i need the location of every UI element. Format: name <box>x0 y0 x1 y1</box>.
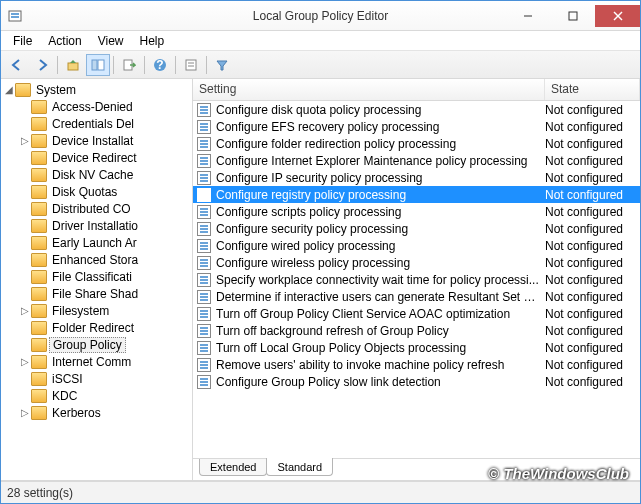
tree-scroll[interactable]: ◢SystemAccess-DeniedCredentials Del▷Devi… <box>1 79 192 480</box>
policy-icon <box>197 290 213 304</box>
tree-pane: ◢SystemAccess-DeniedCredentials Del▷Devi… <box>1 79 193 480</box>
menu-action[interactable]: Action <box>40 32 89 50</box>
list-row[interactable]: Configure Group Policy slow link detecti… <box>193 373 640 390</box>
svg-rect-13 <box>186 60 196 70</box>
list-row[interactable]: Configure scripts policy processingNot c… <box>193 203 640 220</box>
svg-rect-7 <box>68 63 78 70</box>
list-row[interactable]: Configure registry policy processingNot … <box>193 186 640 203</box>
tree-node[interactable]: Distributed CO <box>1 200 192 217</box>
help-button[interactable]: ? <box>148 54 172 76</box>
tree-node[interactable]: Disk NV Cache <box>1 166 192 183</box>
folder-icon <box>31 185 47 199</box>
tree-node[interactable]: File Classificati <box>1 268 192 285</box>
forward-button[interactable] <box>30 54 54 76</box>
tree-node[interactable]: ▷Internet Comm <box>1 353 192 370</box>
list-row[interactable]: Configure disk quota policy processingNo… <box>193 101 640 118</box>
list-row[interactable]: Remove users' ability to invoke machine … <box>193 356 640 373</box>
folder-icon <box>31 338 47 352</box>
list-row[interactable]: Turn off Local Group Policy Objects proc… <box>193 339 640 356</box>
tree-node[interactable]: File Share Shad <box>1 285 192 302</box>
tree-label: System <box>33 83 79 97</box>
tab-standard[interactable]: Standard <box>266 458 333 476</box>
expand-icon[interactable]: ▷ <box>19 407 31 418</box>
collapse-icon[interactable]: ◢ <box>3 84 15 95</box>
list-row[interactable]: Configure EFS recovery policy processing… <box>193 118 640 135</box>
list-row[interactable]: Determine if interactive users can gener… <box>193 288 640 305</box>
list-row[interactable]: Configure wired policy processingNot con… <box>193 237 640 254</box>
tree-node[interactable]: Access-Denied <box>1 98 192 115</box>
status-bar: 28 setting(s) <box>1 481 640 503</box>
list-row[interactable]: Configure security policy processingNot … <box>193 220 640 237</box>
tree-label: File Classificati <box>49 270 135 284</box>
tree-label: Early Launch Ar <box>49 236 140 250</box>
list-row[interactable]: Configure wireless policy processingNot … <box>193 254 640 271</box>
row-setting: Configure folder redirection policy proc… <box>216 137 545 151</box>
tab-bar: Extended Standard <box>193 458 640 480</box>
export-list-button[interactable] <box>117 54 141 76</box>
tree-node[interactable]: ▷Kerberos <box>1 404 192 421</box>
row-setting: Turn off Local Group Policy Objects proc… <box>216 341 545 355</box>
tree-node[interactable]: Device Redirect <box>1 149 192 166</box>
close-button[interactable] <box>595 5 640 27</box>
tree-label: Access-Denied <box>49 100 136 114</box>
row-state: Not configured <box>545 222 640 236</box>
tree-node[interactable]: KDC <box>1 387 192 404</box>
tree-node[interactable]: Disk Quotas <box>1 183 192 200</box>
list-row[interactable]: Configure folder redirection policy proc… <box>193 135 640 152</box>
tree-node[interactable]: ▷Filesystem <box>1 302 192 319</box>
up-button[interactable] <box>61 54 85 76</box>
list-body[interactable]: Configure disk quota policy processingNo… <box>193 101 640 458</box>
toolbar-separator <box>144 56 145 74</box>
svg-rect-8 <box>92 60 97 70</box>
back-button[interactable] <box>5 54 29 76</box>
policy-icon <box>197 358 213 372</box>
row-setting: Configure Group Policy slow link detecti… <box>216 375 545 389</box>
list-row[interactable]: Turn off background refresh of Group Pol… <box>193 322 640 339</box>
show-hide-tree-button[interactable] <box>86 54 110 76</box>
menu-help[interactable]: Help <box>132 32 173 50</box>
expand-icon[interactable]: ▷ <box>19 305 31 316</box>
row-state: Not configured <box>545 154 640 168</box>
tab-extended[interactable]: Extended <box>199 459 267 476</box>
tree-label: iSCSI <box>49 372 86 386</box>
tree-node[interactable]: ▷Device Installat <box>1 132 192 149</box>
tree-label: Credentials Del <box>49 117 137 131</box>
menu-view[interactable]: View <box>90 32 132 50</box>
expand-icon[interactable]: ▷ <box>19 135 31 146</box>
folder-icon <box>31 100 47 114</box>
folder-icon <box>31 372 47 386</box>
list-row[interactable]: Configure IP security policy processingN… <box>193 169 640 186</box>
tree-node[interactable]: Early Launch Ar <box>1 234 192 251</box>
maximize-button[interactable] <box>550 5 595 27</box>
toolbar-separator <box>113 56 114 74</box>
column-state[interactable]: State <box>545 79 640 100</box>
row-state: Not configured <box>545 120 640 134</box>
properties-button[interactable] <box>179 54 203 76</box>
column-setting[interactable]: Setting <box>193 79 545 100</box>
row-state: Not configured <box>545 307 640 321</box>
policy-icon <box>197 188 213 202</box>
menu-file[interactable]: File <box>5 32 40 50</box>
row-setting: Configure disk quota policy processing <box>216 103 545 117</box>
svg-rect-2 <box>11 16 19 18</box>
tree-node[interactable]: Enhanced Stora <box>1 251 192 268</box>
tree-label: Distributed CO <box>49 202 134 216</box>
tree-node[interactable]: Credentials Del <box>1 115 192 132</box>
tree-node[interactable]: Folder Redirect <box>1 319 192 336</box>
list-row[interactable]: Configure Internet Explorer Maintenance … <box>193 152 640 169</box>
tree-node[interactable]: Driver Installatio <box>1 217 192 234</box>
row-state: Not configured <box>545 375 640 389</box>
folder-icon <box>31 253 47 267</box>
tree-node[interactable]: Group Policy <box>1 336 192 353</box>
tree-label: Driver Installatio <box>49 219 141 233</box>
tree-node-system[interactable]: ◢System <box>1 81 192 98</box>
list-row[interactable]: Turn off Group Policy Client Service AOA… <box>193 305 640 322</box>
filter-button[interactable] <box>210 54 234 76</box>
policy-icon <box>197 222 213 236</box>
tree-label: Device Redirect <box>49 151 140 165</box>
list-row[interactable]: Specify workplace connectivity wait time… <box>193 271 640 288</box>
row-state: Not configured <box>545 205 640 219</box>
expand-icon[interactable]: ▷ <box>19 356 31 367</box>
minimize-button[interactable] <box>505 5 550 27</box>
tree-node[interactable]: iSCSI <box>1 370 192 387</box>
